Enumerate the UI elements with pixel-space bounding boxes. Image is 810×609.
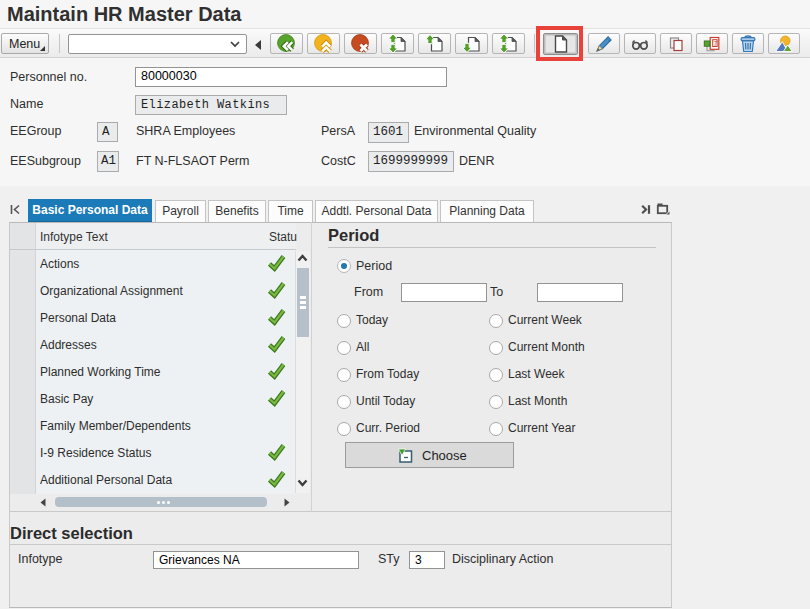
svg-text:7: 7 bbox=[714, 39, 718, 46]
